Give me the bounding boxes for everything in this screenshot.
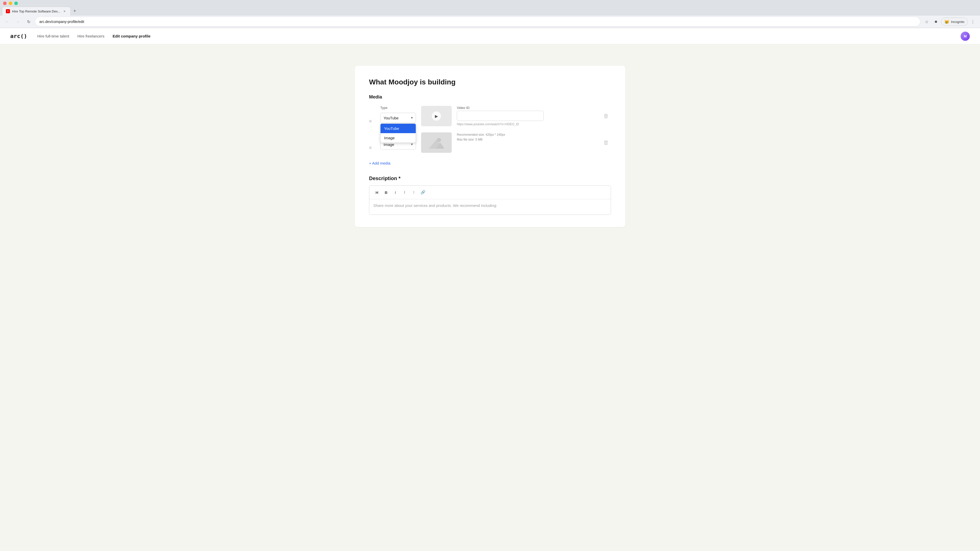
active-tab[interactable]: Y Hire Top Remote Software Dev... ×	[2, 6, 71, 16]
section-title: What Moodjoy is building	[369, 78, 611, 86]
type-label-1: Type	[380, 106, 416, 110]
drag-handle-2[interactable]: ≡	[369, 132, 375, 151]
delete-image-button[interactable]: 🗑	[601, 137, 611, 148]
media-section: Media ≡ Type YouTube Image ▼ YouTube	[369, 94, 611, 176]
video-url-hint: https://www.youtube.com/watch?v=VIDEO_ID	[457, 122, 596, 126]
nav-hire-fulltime[interactable]: Hire full-time talent	[37, 34, 69, 38]
header-right: M	[961, 32, 970, 41]
tab-close-button[interactable]: ×	[62, 9, 67, 14]
window-close-button[interactable]	[3, 2, 6, 5]
incognito-icon: 😿	[944, 19, 950, 24]
tab-favicon: Y	[6, 9, 10, 13]
media-controls-1: Type YouTube Image ▼ YouTube Image	[380, 106, 416, 123]
video-id-input[interactable]	[457, 111, 544, 121]
video-id-section: Video ID https://www.youtube.com/watch?v…	[457, 106, 596, 126]
image-file-info: Max file size: 5 MB	[457, 137, 596, 142]
title-bar	[0, 0, 980, 6]
tab-title: Hire Top Remote Software Dev...	[12, 10, 60, 13]
nav-edit-profile[interactable]: Edit company profile	[113, 34, 150, 38]
address-bar: ← → ↻ ☆ ■ 😿 Incognito ⋮	[0, 16, 980, 28]
image-size-info: Recommended size: 420px * 240px	[457, 132, 596, 137]
incognito-label: Incognito	[951, 20, 964, 24]
media-label: Media	[369, 94, 611, 100]
new-tab-button[interactable]: +	[71, 7, 79, 15]
tab-bar: Y Hire Top Remote Software Dev... × +	[0, 6, 980, 16]
editor-content[interactable]: Share more about your services and produ…	[369, 199, 611, 214]
heading-button[interactable]: H	[373, 188, 381, 197]
dropdown-menu: YouTube Image	[380, 124, 416, 143]
add-media-button[interactable]: + Add media	[369, 161, 390, 165]
delete-youtube-button[interactable]: 🗑	[601, 111, 611, 121]
main-nav: Hire full-time talent Hire freelancers E…	[37, 34, 150, 38]
reload-button[interactable]: ↻	[24, 17, 33, 26]
editor-toolbar: H B I ⁞ ⁝ 🔗	[369, 186, 611, 199]
ordered-list-button[interactable]: ⁝	[410, 188, 418, 197]
toolbar-icons: ☆ ■ 😿 Incognito ⋮	[923, 17, 977, 26]
media-row-youtube: ≡ Type YouTube Image ▼ YouTube Image	[369, 106, 611, 126]
url-input[interactable]	[35, 17, 920, 26]
back-button[interactable]: ←	[3, 17, 11, 26]
window-minimize-button[interactable]	[9, 2, 12, 5]
user-avatar[interactable]: M	[961, 32, 970, 41]
bullet-list-button[interactable]: ⁞	[401, 188, 409, 197]
description-label: Description *	[369, 176, 611, 181]
app-header: arc() Hire full-time talent Hire freelan…	[0, 28, 980, 44]
description-section: Description * H B I ⁞ ⁝ 🔗 Share more abo…	[369, 176, 611, 215]
extensions-button[interactable]: ■	[932, 17, 940, 26]
app-logo[interactable]: arc()	[10, 33, 27, 39]
bookmark-button[interactable]: ☆	[923, 17, 931, 26]
youtube-thumbnail: ▶	[421, 106, 452, 126]
dropdown-option-image[interactable]: Image	[380, 133, 416, 143]
top-gray-section	[0, 44, 980, 60]
page-content: What Moodjoy is building Media ≡ Type Yo…	[345, 66, 635, 227]
menu-button[interactable]: ⋮	[969, 17, 977, 26]
image-info: Recommended size: 420px * 240px Max file…	[457, 132, 596, 142]
nav-hire-freelancers[interactable]: Hire freelancers	[77, 34, 104, 38]
incognito-badge: 😿 Incognito	[941, 17, 968, 26]
image-thumbnail	[421, 132, 452, 153]
browser-chrome: Y Hire Top Remote Software Dev... × + ← …	[0, 0, 980, 28]
window-maximize-button[interactable]	[14, 2, 18, 5]
bold-button[interactable]: B	[382, 188, 390, 197]
mountain-icon	[421, 132, 452, 153]
italic-button[interactable]: I	[391, 188, 399, 197]
forward-button[interactable]: →	[14, 17, 22, 26]
main-section: What Moodjoy is building Media ≡ Type Yo…	[355, 66, 625, 227]
link-button[interactable]: 🔗	[419, 188, 427, 197]
image-info-section: Recommended size: 420px * 240px Max file…	[457, 132, 596, 142]
video-id-label: Video ID	[457, 106, 596, 110]
type-select-wrapper-1: YouTube Image ▼ YouTube Image	[380, 113, 416, 123]
window-controls	[3, 2, 18, 5]
type-select-1[interactable]: YouTube Image	[380, 113, 416, 123]
drag-handle-1[interactable]: ≡	[369, 106, 375, 124]
dropdown-option-youtube[interactable]: YouTube	[380, 124, 416, 133]
play-icon: ▶	[432, 111, 441, 121]
editor-area: H B I ⁞ ⁝ 🔗 Share more about your servic…	[369, 186, 611, 215]
